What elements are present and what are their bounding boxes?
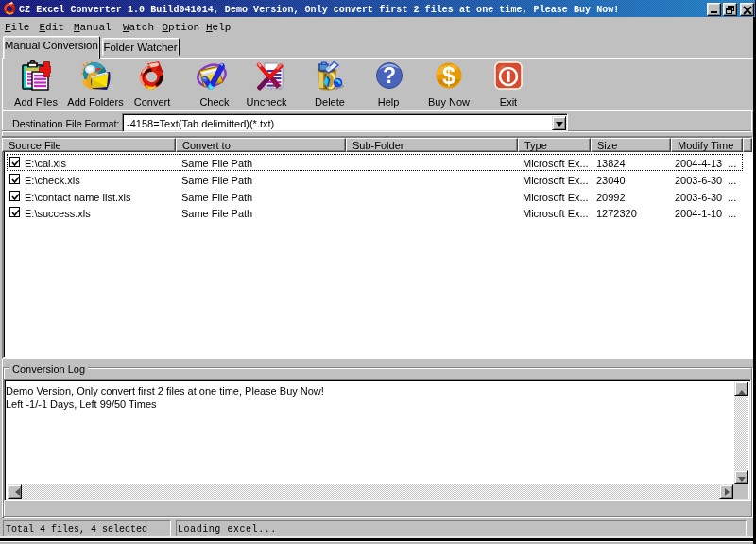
svg-text:?: ? <box>383 63 396 88</box>
svg-text:$: $ <box>442 62 455 89</box>
